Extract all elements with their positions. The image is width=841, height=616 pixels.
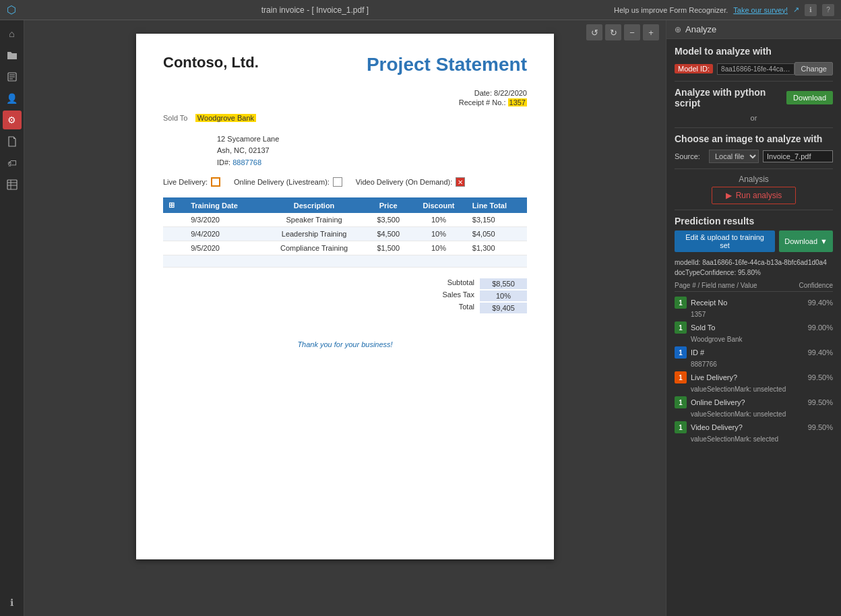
run-analysis-button[interactable]: ▶ Run analysis [712, 187, 797, 204]
result-row-2: 1 Sold To 99.00% [675, 319, 833, 336]
video-delivery-checkbox: ✕ [456, 177, 465, 187]
sidebar-item-tag[interactable]: 🏷 [3, 154, 22, 173]
sidebar-item-form[interactable] [3, 67, 22, 86]
doctype-conf-val: 95.80% [738, 269, 761, 276]
model-id-full: 8aa16866-16fe-44ca-b13a-8bfc6ad1d0a4 [702, 259, 827, 266]
sidebar-item-document[interactable] [3, 132, 22, 151]
result-value-2: Woodgrove Bank [675, 336, 833, 343]
id-line: ID#: 8887768 [217, 158, 527, 166]
page-badge-2: 1 [675, 321, 687, 334]
live-delivery-item: Live Delivery: [163, 177, 220, 187]
row1-desc: Speaker Training [262, 213, 366, 227]
model-id-row: Model ID: 8aa16866-16fe-44ca-b13a-8bfc6a… [675, 62, 833, 75]
sidebar-item-person[interactable]: 👤 [3, 89, 22, 108]
invoice-date: Date: 8/22/2020 [163, 89, 527, 97]
download-dd-button[interactable]: Download ▼ [779, 230, 833, 252]
change-model-button[interactable]: Change [795, 62, 833, 75]
result-item-3: 1 ID # 99.40% 8887766 [675, 344, 833, 368]
confidence-2: 99.00% [808, 324, 833, 332]
row1-total: $3,150 [467, 213, 527, 227]
pdf-toolbar: ↺ ↻ − + [586, 24, 659, 40]
pdf-viewer[interactable]: ↺ ↻ − + Contoso, Ltd. Project Statement … [24, 20, 666, 616]
window-title: train invoice - [ Invoice_1.pdf ] [261, 5, 369, 15]
prediction-buttons: Edit & upload to training set Download ▼ [675, 230, 833, 252]
address-line2: Ash, NC, 02137 [217, 145, 527, 156]
panel-content[interactable]: Model to analyze with Model ID: 8aa16866… [666, 39, 841, 616]
invoice-header: Contoso, Ltd. Project Statement [163, 54, 527, 75]
sidebar-item-folder[interactable] [3, 46, 22, 65]
download-script-button[interactable]: Download [786, 91, 833, 104]
receipt-value: 1357 [508, 98, 527, 106]
top-bar-right: Help us improve Form Recognizer. Take ou… [614, 4, 834, 16]
sidebar-item-settings[interactable]: ⚙ [3, 111, 22, 129]
result-column-headers: Page # / Field name / Value Confidence [675, 282, 833, 292]
id-value: 8887768 [232, 158, 261, 166]
video-delivery-label: Video Delivery (On Demand): [356, 178, 452, 186]
invoice-receipt: Receipt # No.: 1357 [163, 98, 527, 106]
help-button[interactable]: ? [822, 4, 834, 16]
sidebar-item-table[interactable] [3, 175, 22, 194]
table-row: 9/3/2020 Speaker Training $3,500 10% $3,… [163, 213, 527, 227]
confidence-1: 99.40% [808, 299, 833, 307]
divider4 [675, 210, 833, 210]
row2-total: $4,050 [467, 227, 527, 241]
table-row: 9/5/2020 Compliance Training $1,500 10% … [163, 241, 527, 255]
info-button[interactable]: ℹ [805, 4, 817, 16]
survey-link[interactable]: Take our survey! [733, 6, 788, 14]
zoom-out-button[interactable]: − [624, 24, 640, 40]
source-select[interactable]: Local file [709, 150, 759, 163]
row3-total: $1,300 [467, 241, 527, 255]
left-sidebar: ⌂ 👤 ⚙ 🏷 ℹ [0, 20, 24, 616]
external-link-icon: ↗ [793, 5, 799, 14]
divider2 [675, 127, 833, 128]
invoice-totals: Subtotal $8,550 Sales Tax 10% Total $9,4… [163, 278, 527, 313]
result-value-4: valueSelectionMark: unselected [675, 386, 833, 393]
source-file-input[interactable]: Invoice_7.pdf [763, 150, 833, 162]
source-label: Source: [675, 152, 705, 160]
col-icon: ⊞ [163, 197, 185, 213]
analysis-label: Analysis [675, 175, 833, 184]
field-col-header: Page # / Field name / Value [675, 282, 757, 289]
or-divider: or [675, 114, 833, 122]
result-item-6: 1 Video Delivery? 99.50% valueSelectionM… [675, 419, 833, 443]
salestax-label: Sales Tax [427, 290, 474, 301]
id-label: ID#: [217, 158, 230, 166]
confidence-5: 99.50% [808, 398, 833, 406]
result-item-4: 1 Live Delivery? 99.50% valueSelectionMa… [675, 369, 833, 393]
result-row-1: 1 Receipt No 99.40% [675, 295, 833, 311]
address: 12 Sycamore Lane Ash, NC, 02137 [217, 133, 527, 156]
sidebar-item-info[interactable]: ℹ [3, 593, 22, 612]
row3-icon [163, 241, 185, 255]
online-delivery-checkbox [333, 177, 342, 187]
result-value-6: valueSelectionMark: selected [675, 435, 833, 443]
sidebar-item-home[interactable]: ⌂ [3, 24, 22, 43]
app-icon: ⬡ [7, 3, 16, 16]
run-icon: ▶ [726, 191, 732, 200]
zoom-in-button[interactable]: + [643, 24, 659, 40]
row2-icon [163, 227, 185, 241]
dropdown-arrow: ▼ [820, 237, 828, 245]
col-date: Training Date [185, 197, 262, 213]
row3-price: $1,500 [366, 241, 410, 255]
subtotal-value: $8,550 [480, 278, 527, 289]
rotate-left-button[interactable]: ↺ [586, 24, 602, 40]
col-total: Line Total [467, 197, 527, 213]
help-text: Help us improve Form Recognizer. [614, 6, 728, 14]
page-badge-4: 1 [675, 371, 687, 383]
download-label: Download [784, 237, 817, 245]
model-id-label: Model ID: [675, 64, 713, 73]
top-bar: ⬡ train invoice - [ Invoice_1.pdf ] Help… [0, 0, 841, 20]
video-delivery-item: Video Delivery (On Demand): ✕ [356, 177, 465, 187]
row1-icon [163, 213, 185, 227]
total-row: Total $9,405 [163, 303, 527, 313]
page-badge-3: 1 [675, 346, 687, 359]
result-row-5: 1 Online Delivery? 99.50% [675, 394, 833, 410]
field-name-4: Live Delivery? [691, 373, 804, 381]
rotate-right-button[interactable]: ↻ [605, 24, 621, 40]
edit-upload-button[interactable]: Edit & upload to training set [675, 230, 775, 252]
row2-price: $4,500 [366, 227, 410, 241]
svg-rect-4 [7, 180, 17, 189]
result-item-1: 1 Receipt No 99.40% 1357 [675, 295, 833, 318]
field-name-3: ID # [691, 348, 804, 357]
prediction-title: Prediction results [675, 216, 833, 226]
